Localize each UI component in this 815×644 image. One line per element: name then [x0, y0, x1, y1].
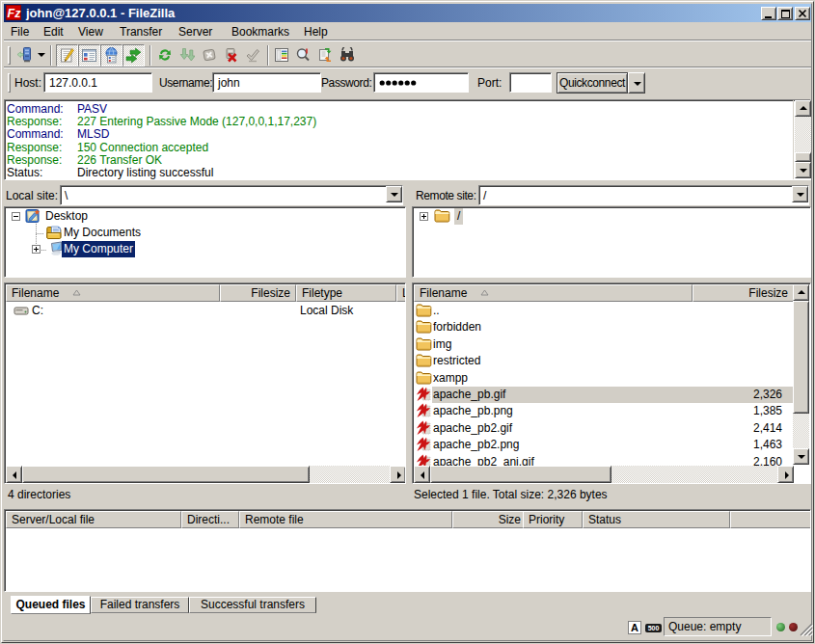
svg-text:Fz: Fz — [8, 7, 21, 20]
